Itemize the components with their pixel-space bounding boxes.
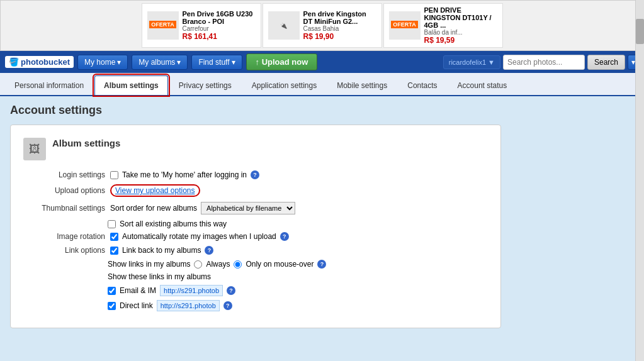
direct-link-checkbox[interactable] xyxy=(108,302,116,310)
link-options-content: Link back to my albums ? xyxy=(110,246,488,255)
ad-price-1: R$ 19,90 xyxy=(303,32,376,41)
ad-text-1: Pen drive Kingston DT MiniFun G2... Casa… xyxy=(303,10,376,41)
link-back-label: Link back to my albums xyxy=(122,246,201,255)
image-rotation-content: Automatically rotate my images when I up… xyxy=(110,232,488,241)
tabs-bar: Personal informationAlbum settingsPrivac… xyxy=(0,73,644,96)
logo[interactable]: 🪣 photobucket xyxy=(5,56,74,68)
always-radio[interactable] xyxy=(194,260,202,269)
image-rotation-label: Image rotation xyxy=(23,232,105,241)
link-back-checkbox[interactable] xyxy=(110,247,118,255)
ad-title-0: Pen Drive 16GB U230 Branco - POI xyxy=(183,10,256,25)
thumbnail-settings-content: Sort order for new albums Alphabetical b… xyxy=(110,202,488,214)
email-im-checkbox[interactable] xyxy=(108,287,116,295)
direct-link-help-icon[interactable]: ? xyxy=(223,301,232,310)
sort-all-label: Sort all existing albums this way xyxy=(120,219,227,228)
email-im-help-icon[interactable]: ? xyxy=(227,286,235,295)
scrollbar[interactable] xyxy=(635,0,644,336)
settings-panel: 🖼 Album settings Login settings Take me … xyxy=(10,125,501,328)
logo-icon: 🪣 xyxy=(9,57,19,67)
direct-link-url-input[interactable] xyxy=(157,300,220,311)
image-rotation-checkbox[interactable] xyxy=(110,233,118,241)
my-home-label: My home xyxy=(84,58,115,67)
page-title: Account settings xyxy=(10,104,634,117)
email-im-row: Email & IM ? xyxy=(23,285,488,296)
show-links-help-icon[interactable]: ? xyxy=(317,260,326,269)
link-back-help-icon[interactable]: ? xyxy=(205,246,213,255)
sort-all-checkbox[interactable] xyxy=(108,220,116,228)
my-home-nav[interactable]: My home ▾ xyxy=(77,55,128,70)
ad-title-2: PEN DRIVE KINGSTON DT101Y / 4GB ... xyxy=(424,6,497,29)
search-button[interactable]: Search xyxy=(587,55,625,70)
album-settings-title: Album settings xyxy=(52,138,120,148)
upload-options-content: View my upload options xyxy=(110,184,488,197)
ad-price-0: R$ 161,41 xyxy=(183,32,256,41)
tab-mobile-settings[interactable]: Mobile settings xyxy=(327,75,397,95)
sort-order-select[interactable]: Alphabetical by filename Date added Date… xyxy=(201,202,295,214)
sort-label: Sort order for new albums xyxy=(110,204,197,213)
upload-options-row: Upload options View my upload options xyxy=(23,184,488,197)
my-home-arrow: ▾ xyxy=(117,58,121,67)
ad-store-1: Casas Bahia xyxy=(303,25,376,32)
tab-application-settings[interactable]: Application settings xyxy=(242,75,326,95)
view-upload-options-link[interactable]: View my upload options xyxy=(110,184,200,197)
ad-text-2: PEN DRIVE KINGSTON DT101Y / 4GB ... Balã… xyxy=(424,6,497,45)
upload-button[interactable]: ↑ Upload now xyxy=(246,53,318,70)
album-settings-icon: 🖼 xyxy=(23,138,46,160)
ad-img-1: 🔌 xyxy=(268,11,300,40)
ad-title-1: Pen drive Kingston DT MiniFun G2... xyxy=(303,10,376,25)
mouse-over-label: Only on mouse-over xyxy=(246,260,314,269)
search-input[interactable] xyxy=(503,55,585,70)
ad-price-2: R$ 19,59 xyxy=(424,36,497,45)
direct-link-label: Direct link xyxy=(120,301,153,310)
login-help-icon[interactable]: ? xyxy=(251,170,259,179)
mouse-over-radio[interactable] xyxy=(234,260,242,269)
always-label: Always xyxy=(206,260,230,269)
show-links-label: Show links in my albums xyxy=(108,260,190,269)
ad-item-2[interactable]: OFERTA PEN DRIVE KINGSTON DT101Y / 4GB .… xyxy=(383,3,503,48)
tab-contacts[interactable]: Contacts xyxy=(398,75,446,95)
login-checkbox[interactable] xyxy=(110,171,118,179)
ad-text-0: Pen Drive 16GB U230 Branco - POI Carrefo… xyxy=(183,10,256,41)
album-settings-header: 🖼 Album settings xyxy=(23,138,488,160)
ad-banner: OFERTA Pen Drive 16GB U230 Branco - POI … xyxy=(0,0,644,51)
sort-all-row: Sort all existing albums this way xyxy=(23,219,488,228)
link-options-row: Link options Link back to my albums ? xyxy=(23,246,488,255)
image-rotation-row: Image rotation Automatically rotate my i… xyxy=(23,232,488,241)
find-stuff-nav[interactable]: Find stuff ▾ xyxy=(191,55,242,70)
upload-options-label: Upload options xyxy=(23,186,105,195)
ad-badge-0: OFERTA xyxy=(149,21,176,28)
tab-personal-information[interactable]: Personal information xyxy=(5,75,93,95)
user-menu-button[interactable]: ricardofelix1 ▼ xyxy=(443,55,500,69)
email-im-url-input[interactable] xyxy=(160,285,223,296)
tab-privacy-settings[interactable]: Privacy settings xyxy=(169,75,241,95)
login-settings-label: Login settings xyxy=(23,170,105,179)
page-content: Account settings 🖼 Album settings Login … xyxy=(0,96,644,336)
tab-account-status[interactable]: Account status xyxy=(448,75,517,95)
link-options-label: Link options xyxy=(23,246,105,255)
ad-item-0[interactable]: OFERTA Pen Drive 16GB U230 Branco - POI … xyxy=(142,3,261,48)
my-albums-nav[interactable]: My albums ▾ xyxy=(132,55,188,70)
show-these-links-row: Show these links in my albums xyxy=(23,272,488,281)
show-links-row: Show links in my albums Always Only on m… xyxy=(23,260,488,269)
top-nav: 🪣 photobucket My home ▾ My albums ▾ Find… xyxy=(0,51,644,73)
upload-label: ↑ Upload now xyxy=(256,57,308,67)
ad-badge-2: OFERTA xyxy=(391,21,417,28)
ad-store-0: Carrefour xyxy=(183,25,256,32)
direct-link-row: Direct link ? xyxy=(23,300,488,311)
thumbnail-settings-label: Thumbnail settings xyxy=(23,204,105,213)
image-rotation-checkbox-label: Automatically rotate my images when I up… xyxy=(122,232,276,241)
image-rotation-help-icon[interactable]: ? xyxy=(280,232,289,241)
email-im-label: Email & IM xyxy=(120,286,156,295)
user-label: ricardofelix1 ▼ xyxy=(449,58,495,66)
ad-item-1[interactable]: 🔌 Pen drive Kingston DT MiniFun G2... Ca… xyxy=(263,3,382,48)
login-settings-content: Take me to 'My home' after logging in ? xyxy=(110,170,488,179)
logo-text: photobucket xyxy=(21,57,70,67)
login-checkbox-label: Take me to 'My home' after logging in xyxy=(122,170,247,179)
show-these-links-label: Show these links in my albums xyxy=(108,272,211,281)
my-albums-label: My albums xyxy=(138,58,175,67)
my-albums-arrow: ▾ xyxy=(177,58,181,67)
ad-store-2: Balão da inf... xyxy=(424,29,497,36)
tab-album-settings[interactable]: Album settings xyxy=(94,75,168,95)
scroll-thumb[interactable] xyxy=(636,19,644,44)
thumbnail-settings-row: Thumbnail settings Sort order for new al… xyxy=(23,202,488,214)
